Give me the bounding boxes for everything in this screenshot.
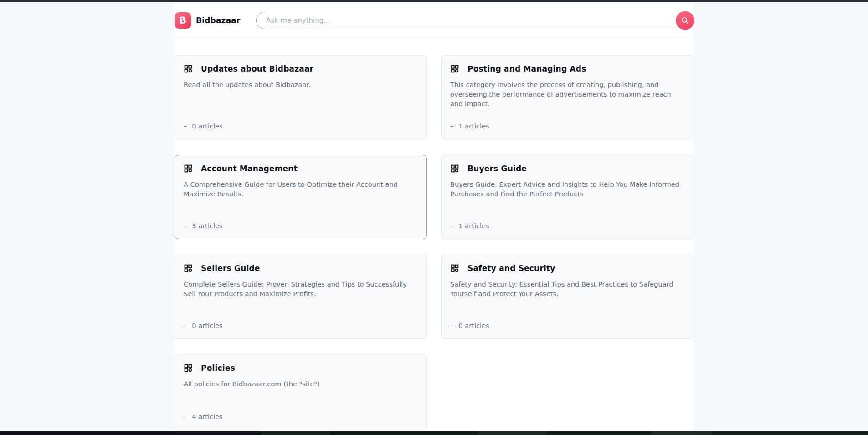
search-bar <box>256 12 693 29</box>
apps-grid-icon <box>184 164 193 173</box>
card-header: Sellers Guide <box>184 264 416 273</box>
category-title: Buyers Guide <box>467 164 527 173</box>
category-article-count: – 4 articles <box>184 413 416 420</box>
card-header: Posting and Managing Ads <box>450 64 682 73</box>
top-window-bar <box>0 0 868 2</box>
category-description: Buyers Guide: Expert Advice and Insights… <box>450 179 682 222</box>
search-button[interactable] <box>676 11 694 30</box>
category-description: Complete Sellers Guide: Proven Strategie… <box>184 279 416 322</box>
content-column: B Bidbazaar Up <box>174 0 694 435</box>
category-card[interactable]: Account Management A Comprehensive Guide… <box>175 155 427 239</box>
category-grid: Updates about Bidbazaar Read all the upd… <box>174 39 694 430</box>
count-dash: – <box>184 222 187 230</box>
count-text: 4 articles <box>192 413 222 420</box>
count-dash: – <box>184 413 187 420</box>
count-text: 3 articles <box>192 222 222 230</box>
count-dash: – <box>450 122 453 130</box>
count-dash: – <box>184 322 187 329</box>
category-title: Updates about Bidbazaar <box>201 64 313 73</box>
apps-grid-icon <box>450 64 459 73</box>
bidbazaar-logo-icon: B <box>175 12 191 29</box>
count-dash: – <box>450 322 453 329</box>
count-text: 0 articles <box>458 322 489 329</box>
search-input[interactable] <box>256 12 693 29</box>
bottom-taskbar-strip <box>0 431 868 435</box>
apps-grid-icon <box>450 264 459 273</box>
category-title: Account Management <box>201 164 298 173</box>
category-article-count: – 0 articles <box>184 322 416 329</box>
category-description: All policies for Bidbazaar.com (the "sit… <box>184 379 416 413</box>
apps-grid-icon <box>184 64 193 73</box>
category-title: Policies <box>201 363 235 373</box>
category-description: Safety and Security: Essential Tips and … <box>450 279 682 322</box>
count-dash: – <box>450 222 453 230</box>
header: B Bidbazaar <box>174 2 694 39</box>
category-card[interactable]: Buyers Guide Buyers Guide: Expert Advice… <box>441 155 693 239</box>
logo-letter: B <box>179 15 187 26</box>
apps-grid-icon <box>184 264 193 273</box>
category-title: Sellers Guide <box>201 264 260 273</box>
card-header: Account Management <box>184 164 416 173</box>
category-description: A Comprehensive Guide for Users to Optim… <box>184 179 416 222</box>
apps-grid-icon <box>450 164 459 173</box>
category-article-count: – 0 articles <box>450 322 682 329</box>
count-text: 1 articles <box>458 122 489 130</box>
count-text: 0 articles <box>192 122 222 130</box>
brand-home-link[interactable]: B Bidbazaar <box>175 12 256 29</box>
category-description: This category involves the process of cr… <box>450 80 682 122</box>
category-card[interactable]: Policies All policies for Bidbazaar.com … <box>175 354 427 430</box>
category-card[interactable]: Safety and Security Safety and Security:… <box>441 255 693 339</box>
card-header: Policies <box>184 363 416 373</box>
card-header: Buyers Guide <box>450 164 682 173</box>
category-card[interactable]: Sellers Guide Complete Sellers Guide: Pr… <box>175 255 427 339</box>
category-article-count: – 1 articles <box>450 122 682 130</box>
category-title: Safety and Security <box>467 264 555 273</box>
apps-grid-icon <box>184 363 193 373</box>
category-card[interactable]: Posting and Managing Ads This category i… <box>441 55 693 139</box>
category-article-count: – 0 articles <box>184 122 416 130</box>
category-description: Read all the updates about Bidbazaar. <box>184 80 416 122</box>
brand-name: Bidbazaar <box>196 16 241 25</box>
category-article-count: – 1 articles <box>450 222 682 230</box>
category-title: Posting and Managing Ads <box>467 64 586 73</box>
card-header: Updates about Bidbazaar <box>184 64 416 73</box>
count-text: 0 articles <box>192 322 222 329</box>
count-dash: – <box>184 122 187 130</box>
category-article-count: – 3 articles <box>184 222 416 230</box>
card-header: Safety and Security <box>450 264 682 273</box>
category-card[interactable]: Updates about Bidbazaar Read all the upd… <box>175 55 427 139</box>
count-text: 1 articles <box>458 222 489 230</box>
search-icon <box>681 16 689 25</box>
